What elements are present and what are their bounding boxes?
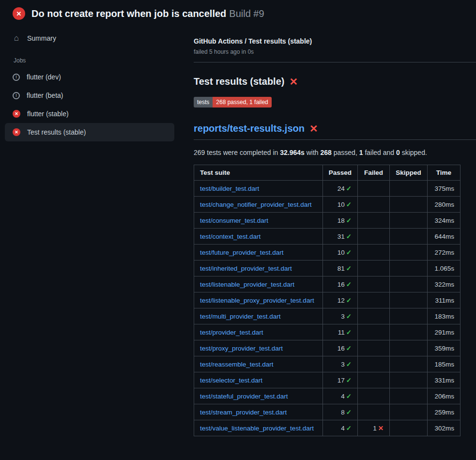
test-suite-link[interactable]: test/reassemble_test.dart — [200, 361, 274, 368]
time-cell: 183ms — [428, 308, 461, 324]
build-title: Do not create report when job is cancell… — [31, 8, 226, 19]
failed-cell — [358, 245, 390, 261]
sidebar-item-job[interactable]: !flutter (dev) — [5, 68, 174, 86]
report-file-link[interactable]: reports/test-results.json — [194, 123, 305, 134]
passed-count: 24 — [338, 185, 345, 192]
test-suite-cell: test/reassemble_test.dart — [194, 356, 323, 372]
test-suite-link[interactable]: test/value_listenable_provider_test.dart — [200, 425, 314, 432]
home-icon: ⌂ — [13, 34, 20, 42]
summary-passed-count: 268 — [321, 149, 332, 156]
failed-cell — [358, 292, 390, 308]
passed-cell: 4✓ — [322, 420, 357, 436]
failed-cell — [358, 261, 390, 276]
test-suite-link[interactable]: test/stateful_provider_test.dart — [200, 393, 288, 400]
sidebar-item-summary[interactable]: ⌂ Summary — [5, 29, 174, 47]
failed-x-icon: ✕ — [309, 123, 318, 134]
summary-text: 269 tests were completed in — [194, 149, 280, 156]
report-heading: reports/test-results.json ✕ — [194, 123, 476, 140]
skipped-cell — [390, 276, 428, 292]
passed-count: 3 — [341, 313, 345, 320]
time-cell: 324ms — [428, 213, 461, 229]
jobs-list: !flutter (dev)!flutter (beta)✕flutter (s… — [5, 68, 174, 141]
test-suite-cell: test/context_test.dart — [194, 229, 323, 245]
test-suite-link[interactable]: test/listenable_provider_test.dart — [200, 281, 294, 288]
failed-cell — [358, 340, 390, 356]
test-suite-cell: test/value_listenable_provider_test.dart — [194, 420, 323, 436]
table-row: test/context_test.dart31✓644ms — [194, 229, 461, 245]
time-cell: 291ms — [428, 324, 461, 340]
test-suite-cell: test/listenable_provider_test.dart — [194, 276, 323, 292]
test-suite-cell: test/proxy_provider_test.dart — [194, 340, 323, 356]
test-suite-link[interactable]: test/builder_test.dart — [200, 185, 259, 192]
passed-count: 81 — [338, 265, 345, 272]
skipped-cell — [390, 340, 428, 356]
passed-count: 11 — [338, 329, 345, 336]
test-suite-link[interactable]: test/proxy_provider_test.dart — [200, 345, 283, 352]
failed-cell — [358, 372, 390, 388]
time-cell: 272ms — [428, 245, 461, 261]
breadcrumb: GitHub Actions / Test results (stable) — [194, 37, 476, 45]
table-row: test/provider_test.dart11✓291ms — [194, 324, 461, 340]
passed-count: 4 — [341, 393, 345, 400]
test-suite-cell: test/multi_provider_test.dart — [194, 308, 323, 324]
test-suite-link[interactable]: test/stream_provider_test.dart — [200, 409, 287, 416]
test-suite-link[interactable]: test/selector_test.dart — [200, 377, 262, 384]
failed-count: 1 — [373, 425, 377, 432]
check-icon: ✓ — [346, 249, 352, 256]
test-suite-link[interactable]: test/listenable_proxy_provider_test.dart — [200, 297, 314, 304]
skipped-cell — [390, 181, 428, 197]
build-number: Build #9 — [229, 8, 264, 19]
time-cell: 311ms — [428, 292, 461, 308]
neutral-icon: ! — [13, 74, 20, 81]
test-suite-link[interactable]: test/change_notifier_provider_test.dart — [200, 201, 311, 208]
test-suite-link[interactable]: test/provider_test.dart — [200, 329, 263, 336]
test-suite-link[interactable]: test/consumer_test.dart — [200, 217, 268, 224]
table-row: test/stream_provider_test.dart8✓259ms — [194, 404, 461, 420]
table-row: test/multi_provider_test.dart3✓183ms — [194, 308, 461, 324]
test-suite-cell: test/consumer_test.dart — [194, 213, 323, 229]
cross-icon: ✕ — [378, 425, 384, 432]
time-cell: 259ms — [428, 404, 461, 420]
failed-icon: ✕ — [13, 110, 20, 118]
test-suite-cell: test/builder_test.dart — [194, 181, 323, 197]
col-header-time: Time — [428, 165, 461, 181]
skipped-cell — [390, 420, 428, 436]
test-suite-link[interactable]: test/future_provider_test.dart — [200, 249, 284, 256]
test-suite-cell: test/change_notifier_provider_test.dart — [194, 197, 323, 213]
passed-count: 16 — [338, 281, 345, 288]
passed-cell: 81✓ — [322, 261, 357, 276]
test-suite-cell: test/listenable_proxy_provider_test.dart — [194, 292, 323, 308]
skipped-cell — [390, 213, 428, 229]
test-suite-cell: test/stream_provider_test.dart — [194, 404, 323, 420]
sidebar-item-job[interactable]: ✕Test results (stable) — [5, 123, 174, 141]
time-cell: 1.065s — [428, 261, 461, 276]
divider — [194, 62, 476, 62]
check-icon: ✓ — [346, 233, 352, 240]
passed-cell: 31✓ — [322, 229, 357, 245]
test-suite-cell: test/provider_test.dart — [194, 324, 323, 340]
passed-count: 10 — [338, 201, 345, 208]
passed-count: 10 — [338, 249, 345, 256]
neutral-icon: ! — [13, 92, 20, 99]
jobs-heading: Jobs — [5, 47, 174, 68]
skipped-cell — [390, 324, 428, 340]
skipped-cell — [390, 229, 428, 245]
table-row: test/builder_test.dart24✓375ms — [194, 181, 461, 197]
check-icon: ✓ — [346, 425, 352, 432]
status-line: failed 5 hours ago in 0s — [194, 48, 476, 55]
passed-cell: 11✓ — [322, 324, 357, 340]
failed-cell — [358, 324, 390, 340]
check-icon: ✓ — [346, 361, 352, 368]
test-suite-link[interactable]: test/multi_provider_test.dart — [200, 313, 281, 320]
test-suite-link[interactable]: test/context_test.dart — [200, 233, 261, 240]
passed-count: 3 — [341, 361, 345, 368]
sidebar-item-job[interactable]: !flutter (beta) — [5, 86, 174, 105]
sidebar-item-job[interactable]: ✕flutter (stable) — [5, 105, 174, 123]
time-cell: 322ms — [428, 276, 461, 292]
passed-cell: 3✓ — [322, 308, 357, 324]
test-suite-link[interactable]: test/inherited_provider_test.dart — [200, 265, 292, 272]
time-cell: 302ms — [428, 420, 461, 436]
passed-count: 4 — [341, 425, 345, 432]
skipped-cell — [390, 292, 428, 308]
test-suite-cell: test/inherited_provider_test.dart — [194, 261, 323, 276]
